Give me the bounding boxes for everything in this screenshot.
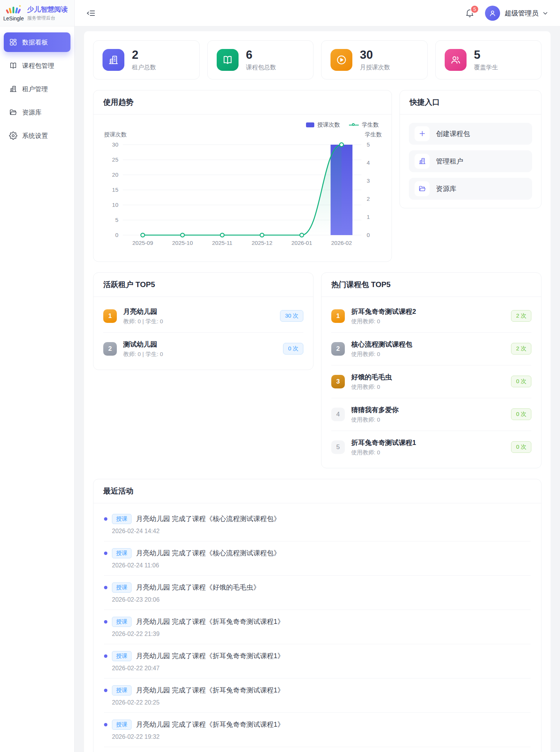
- quick-entry-1[interactable]: 管理租户: [409, 150, 532, 172]
- activity-text: 月亮幼儿园 完成了课程《折耳兔奇奇测试课程1》: [136, 720, 284, 729]
- sidebar-item-3[interactable]: 资源库: [4, 102, 70, 122]
- legend-item-line[interactable]: 学生数: [349, 121, 379, 128]
- usage-count-badge: 2 次: [511, 343, 531, 355]
- rank-item[interactable]: 1 月亮幼儿园 教师: 0 | 学生: 0 30 次: [103, 300, 303, 333]
- sidebar-item-0[interactable]: 数据看板: [4, 32, 70, 52]
- hot-packages-list: 1 折耳兔奇奇测试课程2 使用教师: 0 2 次 2 核心流程测试课程包 使用教…: [321, 297, 541, 468]
- svg-text:2026-01: 2026-01: [291, 240, 312, 246]
- activity-item: 授课 月亮幼儿园 完成了课程《好饿的毛毛虫》 2026-02-23 20:06: [104, 576, 531, 610]
- activity-dot: [104, 723, 107, 726]
- stat-value: 30: [360, 48, 390, 62]
- activity-timestamp: 2026-02-24 11:06: [112, 562, 531, 569]
- usage-count-badge: 2 次: [511, 310, 531, 322]
- usage-count-badge: 30 次: [280, 310, 303, 322]
- rank-info: 测试幼儿园 教师: 0 | 学生: 0: [123, 340, 277, 358]
- rank-number-badge: 1: [103, 309, 117, 323]
- recent-activity-list: 授课 月亮幼儿园 完成了课程《核心流程测试课程包》 2026-02-24 14:…: [93, 503, 541, 752]
- rank-info: 折耳兔奇奇测试课程1 使用教师: 0: [351, 438, 505, 456]
- svg-text:3: 3: [367, 177, 370, 184]
- rank-item[interactable]: 1 折耳兔奇奇测试课程2 使用教师: 0 2 次: [331, 300, 531, 333]
- rank-item[interactable]: 2 核心流程测试课程包 使用教师: 0 2 次: [331, 333, 531, 365]
- svg-text:2025-12: 2025-12: [252, 240, 272, 246]
- sidebar-item-label: 数据看板: [22, 38, 48, 47]
- rank-item[interactable]: 2 测试幼儿园 教师: 0 | 学生: 0 0 次: [103, 333, 303, 365]
- line-marker-2025-11: [220, 233, 224, 237]
- user-name: 超级管理员: [505, 9, 539, 18]
- sidebar-item-4[interactable]: 系统设置: [4, 126, 70, 145]
- rank-info: 月亮幼儿园 教师: 0 | 学生: 0: [123, 307, 274, 325]
- rank-number-badge: 2: [331, 342, 345, 356]
- collapse-sidebar-icon[interactable]: [86, 8, 96, 18]
- active-tenants-title: 活跃租户 TOP5: [93, 273, 313, 297]
- logo-area: LeSingle 少儿智慧阅读 服务管理后台: [0, 0, 74, 26]
- quick-entry-label: 资源库: [436, 184, 456, 193]
- line-marker-2025-10: [181, 233, 184, 237]
- rank-item[interactable]: 4 猜猜我有多爱你 使用教师: 0 0 次: [331, 398, 531, 431]
- svg-text:30: 30: [112, 141, 118, 148]
- activity-timestamp: 2026-02-22 19:32: [112, 734, 531, 740]
- content: 2 租户总数 6 课程包总数 30 月授课次数 5 覆盖学生 使用趋势: [75, 26, 560, 752]
- recent-activity-title: 最近活动: [93, 479, 541, 503]
- activity-dot: [104, 517, 107, 521]
- quick-entry-label: 管理租户: [436, 157, 463, 166]
- active-tenants-card: 活跃租户 TOP5 1 月亮幼儿园 教师: 0 | 学生: 0 30 次 2 测…: [93, 272, 314, 370]
- gear-icon: [9, 131, 17, 140]
- stat-icon-tile: [445, 49, 467, 71]
- stat-label: 覆盖学生: [474, 64, 498, 72]
- dashboard-icon: [9, 38, 17, 46]
- stat-label: 课程包总数: [246, 64, 276, 72]
- play-circle-icon: [336, 54, 347, 66]
- svg-text:10: 10: [112, 202, 118, 208]
- activity-text: 月亮幼儿园 完成了课程《折耳兔奇奇测试课程1》: [136, 651, 284, 660]
- rank-item[interactable]: 5 折耳兔奇奇测试课程1 使用教师: 0 0 次: [331, 431, 531, 463]
- topbar: 5 超级管理员: [75, 0, 560, 26]
- notifications-button[interactable]: 5: [465, 8, 474, 18]
- quick-icon-tile: [415, 181, 430, 196]
- activity-item: 授课 月亮幼儿园 完成了课程《折耳兔奇奇测试课程1》 2026-02-22 19…: [104, 713, 531, 747]
- sidebar-item-label: 系统设置: [22, 131, 48, 140]
- stat-text: 30 月授课次数: [360, 48, 390, 72]
- rank-number-badge: 1: [331, 309, 345, 323]
- activity-type-badge: 授课: [112, 582, 132, 593]
- svg-text:0: 0: [367, 232, 370, 238]
- quick-entry-2[interactable]: 资源库: [409, 178, 532, 200]
- activity-dot: [104, 552, 107, 555]
- quick-entry-0[interactable]: 创建课程包: [409, 123, 532, 145]
- notification-count-badge: 5: [470, 5, 479, 14]
- rank-item[interactable]: 3 好饿的毛毛虫 使用教师: 0 0 次: [331, 365, 531, 398]
- top5-row: 活跃租户 TOP5 1 月亮幼儿园 教师: 0 | 学生: 0 30 次 2 测…: [93, 272, 542, 468]
- quick-entry-list: 创建课程包 管理租户 资源库: [400, 115, 541, 208]
- stat-card-1: 6 课程包总数: [207, 40, 314, 79]
- book-icon: [9, 61, 17, 70]
- avatar[interactable]: [485, 6, 500, 21]
- activity-row: 授课 月亮幼儿园 完成了课程《折耳兔奇奇测试课程1》: [104, 685, 531, 695]
- activity-item: 授课 月亮幼儿园 完成了课程《折耳兔奇奇测试课程1》 2026-02-22 20…: [104, 679, 531, 713]
- sidebar-item-1[interactable]: 课程包管理: [4, 56, 70, 75]
- stat-icon-tile: [330, 49, 352, 71]
- legend-item-bar[interactable]: 授课次数: [306, 121, 340, 128]
- left-axis-name: 授课次数: [104, 131, 127, 138]
- activity-type-badge: 授课: [112, 617, 132, 627]
- sidebar-item-2[interactable]: 租户管理: [4, 79, 70, 99]
- usage-count-badge: 0 次: [511, 376, 531, 387]
- svg-text:1: 1: [367, 214, 370, 220]
- stat-text: 2 租户总数: [132, 48, 156, 72]
- stat-label: 月授课次数: [360, 64, 390, 72]
- chart-legend: 授课次数 学生数: [103, 121, 383, 130]
- stat-label: 租户总数: [132, 64, 156, 72]
- rank-name: 核心流程测试课程包: [351, 340, 505, 349]
- plus-icon: [418, 130, 426, 138]
- recent-activity-card: 最近活动 授课 月亮幼儿园 完成了课程《核心流程测试课程包》 2026-02-2…: [93, 479, 542, 752]
- stat-value: 2: [132, 48, 156, 62]
- activity-type-badge: 授课: [112, 685, 132, 695]
- chevron-down-icon[interactable]: [542, 10, 549, 17]
- activity-dot: [104, 689, 107, 692]
- rank-number-badge: 3: [331, 375, 345, 388]
- trend-chart-svg: 授课次数学生数0510152025300123452025-092025-102…: [103, 130, 383, 254]
- rank-info: 核心流程测试课程包 使用教师: 0: [351, 340, 505, 358]
- building-icon: [108, 54, 119, 66]
- svg-text:2025-10: 2025-10: [172, 240, 193, 246]
- activity-item: 授课 月亮幼儿园 完成了课程《折耳兔奇奇测试课程1》 2026-02-22 20…: [104, 644, 531, 679]
- line-marker-2025-09: [141, 233, 145, 237]
- book-icon: [222, 54, 233, 66]
